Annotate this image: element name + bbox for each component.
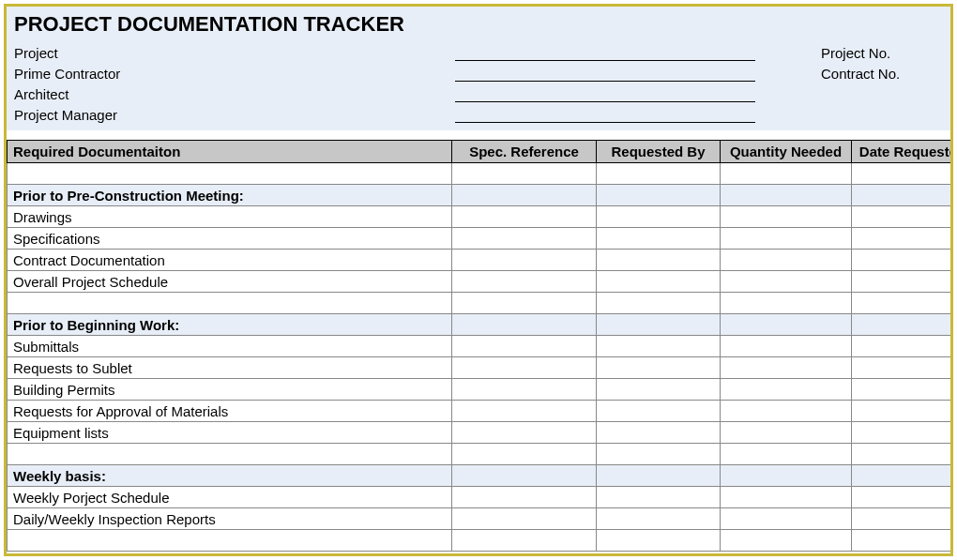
table-cell[interactable] <box>721 379 852 401</box>
project-manager-input-line[interactable] <box>455 106 755 123</box>
table-cell[interactable] <box>597 508 721 530</box>
table-cell[interactable] <box>597 336 721 357</box>
table-cell[interactable] <box>852 401 954 422</box>
table-cell[interactable] <box>852 530 954 552</box>
section-header-cell: Prior to Beginning Work: <box>8 314 452 336</box>
table-cell[interactable] <box>852 314 954 336</box>
table-cell[interactable] <box>721 163 852 185</box>
table-cell[interactable] <box>852 444 954 465</box>
table-cell[interactable] <box>721 422 852 444</box>
section-header-row: Prior to Beginning Work: <box>8 314 954 336</box>
table-cell[interactable] <box>721 444 852 465</box>
table-cell[interactable] <box>452 185 597 206</box>
table-cell[interactable] <box>452 228 597 250</box>
table-cell[interactable] <box>721 314 852 336</box>
table-cell[interactable] <box>452 271 597 293</box>
table-cell[interactable] <box>8 444 452 465</box>
table-row: Submittals <box>8 336 954 357</box>
table-cell[interactable] <box>452 206 597 228</box>
table-cell[interactable] <box>597 401 721 422</box>
project-input-line[interactable] <box>455 44 755 61</box>
table-cell[interactable] <box>8 530 452 552</box>
table-cell[interactable] <box>852 465 954 487</box>
table-cell[interactable] <box>721 487 852 508</box>
table-cell[interactable] <box>452 293 597 314</box>
table-cell[interactable] <box>852 293 954 314</box>
table-cell[interactable] <box>721 293 852 314</box>
table-cell[interactable] <box>452 314 597 336</box>
table-cell[interactable] <box>721 185 852 206</box>
table-cell[interactable] <box>452 379 597 401</box>
table-row: Contract Documentation <box>8 250 954 271</box>
table-cell[interactable] <box>597 250 721 271</box>
table-cell[interactable] <box>8 293 452 314</box>
table-cell[interactable] <box>452 465 597 487</box>
section-header-row: Prior to Pre-Construction Meeting: <box>8 185 954 206</box>
table-cell[interactable] <box>852 228 954 250</box>
table-cell[interactable] <box>852 185 954 206</box>
table-cell[interactable] <box>597 228 721 250</box>
project-no-label: Project No. <box>821 45 943 61</box>
table-cell[interactable] <box>452 163 597 185</box>
prime-contractor-input-line[interactable] <box>455 65 755 82</box>
table-cell[interactable] <box>597 465 721 487</box>
architect-label: Architect <box>14 86 455 102</box>
table-cell[interactable] <box>852 271 954 293</box>
table-cell[interactable] <box>8 163 452 185</box>
table-cell[interactable] <box>721 401 852 422</box>
table-cell[interactable] <box>852 379 954 401</box>
table-cell[interactable] <box>597 357 721 379</box>
table-row: Overall Project Schedule <box>8 271 954 293</box>
table-cell[interactable] <box>852 206 954 228</box>
table-blank-row <box>8 530 954 552</box>
table-cell[interactable] <box>852 163 954 185</box>
table-cell[interactable] <box>597 163 721 185</box>
contract-no-label: Contract No. <box>821 66 943 82</box>
table-cell[interactable] <box>721 228 852 250</box>
table-cell[interactable] <box>597 271 721 293</box>
table-cell[interactable] <box>852 487 954 508</box>
table-cell[interactable] <box>852 357 954 379</box>
table-cell[interactable] <box>452 401 597 422</box>
doc-name-cell: Submittals <box>8 336 452 357</box>
table-cell[interactable] <box>452 357 597 379</box>
table-cell[interactable] <box>597 530 721 552</box>
table-cell[interactable] <box>721 250 852 271</box>
table-cell[interactable] <box>452 508 597 530</box>
table-cell[interactable] <box>597 444 721 465</box>
table-cell[interactable] <box>852 422 954 444</box>
table-blank-row <box>8 293 954 314</box>
table-cell[interactable] <box>597 206 721 228</box>
table-cell[interactable] <box>721 357 852 379</box>
section-header-row: Weekly basis: <box>8 465 954 487</box>
table-cell[interactable] <box>452 336 597 357</box>
table-cell[interactable] <box>452 250 597 271</box>
table-cell[interactable] <box>721 336 852 357</box>
table-row: Requests to Sublet <box>8 357 954 379</box>
table-cell[interactable] <box>452 422 597 444</box>
table-cell[interactable] <box>721 530 852 552</box>
meta-row-architect: Architect <box>14 82 943 102</box>
table-cell[interactable] <box>452 487 597 508</box>
table-cell[interactable] <box>597 487 721 508</box>
table-cell[interactable] <box>597 379 721 401</box>
table-cell[interactable] <box>597 422 721 444</box>
table-cell[interactable] <box>452 444 597 465</box>
table-cell[interactable] <box>721 508 852 530</box>
section-header-cell: Weekly basis: <box>8 465 452 487</box>
table-cell[interactable] <box>852 508 954 530</box>
table-row: Requests for Approval of Materials <box>8 401 954 422</box>
table-cell[interactable] <box>721 465 852 487</box>
project-manager-label: Project Manager <box>14 107 455 123</box>
doc-name-cell: Requests to Sublet <box>8 357 452 379</box>
table-cell[interactable] <box>597 293 721 314</box>
table-cell[interactable] <box>597 314 721 336</box>
table-cell[interactable] <box>721 206 852 228</box>
table-cell[interactable] <box>452 530 597 552</box>
table-cell[interactable] <box>852 336 954 357</box>
table-row: Daily/Weekly Inspection Reports <box>8 508 954 530</box>
architect-input-line[interactable] <box>455 85 755 102</box>
table-cell[interactable] <box>721 271 852 293</box>
table-cell[interactable] <box>852 250 954 271</box>
table-cell[interactable] <box>597 185 721 206</box>
